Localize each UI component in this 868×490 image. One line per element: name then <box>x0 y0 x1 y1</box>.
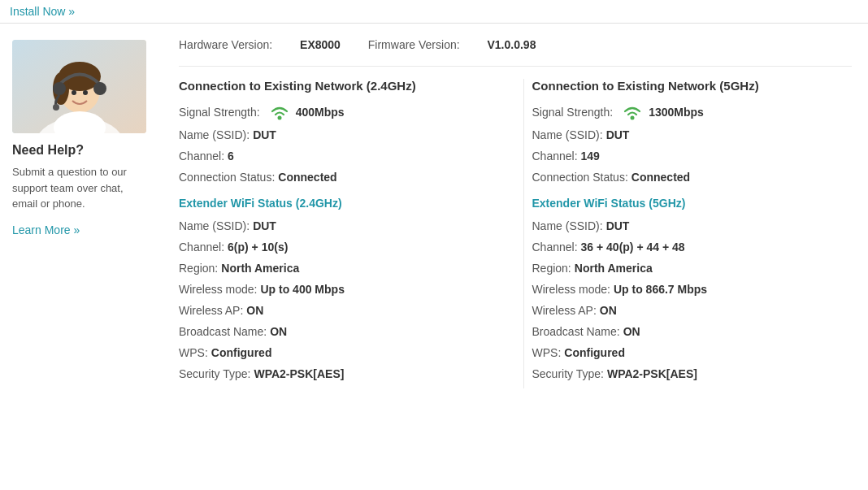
signal-label-24: Signal Strength: <box>179 106 260 119</box>
status-label-24: Connection Status: <box>179 171 275 184</box>
main-layout: Need Help? Submit a question to our supp… <box>0 24 868 397</box>
wifi-icon-24 <box>268 104 291 120</box>
ext-wireless-mode-label-24: Wireless mode: <box>179 283 257 296</box>
status-value-24: Connected <box>278 171 336 184</box>
status-row-24: Connection Status: Connected <box>179 171 499 184</box>
ext-ap-value-5: ON <box>600 304 617 317</box>
ext-security-row-5: Security Type: WPA2-PSK[AES] <box>532 367 853 380</box>
sidebar-image <box>12 40 146 133</box>
name-label-5: Name (SSID): <box>532 128 603 141</box>
status-row-5: Connection Status: Connected <box>532 171 853 184</box>
ext-channel-label-5: Channel: <box>532 241 578 254</box>
svg-point-12 <box>277 116 281 120</box>
ext-region-row-24: Region: North America <box>179 262 499 275</box>
svg-point-7 <box>53 82 66 95</box>
ext-ap-label-5: Wireless AP: <box>532 304 597 317</box>
svg-point-9 <box>53 104 59 111</box>
signal-row-24: Signal Strength: 400Mbps <box>179 104 499 120</box>
ext-wireless-mode-row-5: Wireless mode: Up to 866.7 Mbps <box>532 283 853 296</box>
channel-label-5: Channel: <box>532 150 578 163</box>
signal-label-5: Signal Strength: <box>532 106 614 119</box>
name-label-24: Name (SSID): <box>179 128 250 141</box>
col-24ghz: Connection to Existing Network (2.4GHz) … <box>179 79 523 388</box>
ext-security-value-5: WPA2-PSK[AES] <box>607 367 697 380</box>
ext-wireless-mode-value-5: Up to 866.7 Mbps <box>614 283 707 296</box>
ext-channel-label-24: Channel: <box>179 241 224 254</box>
channel-value-24: 6 <box>228 150 234 163</box>
ext-wps-row-5: WPS: Configured <box>532 346 853 359</box>
ext-channel-value-24: 6(p) + 10(s) <box>228 241 288 254</box>
signal-row-5: Signal Strength: 1300Mbps <box>532 104 853 120</box>
ext-broadcast-row-5: Broadcast Name: ON <box>532 325 853 338</box>
need-help-text: Submit a question to our support team ov… <box>12 164 150 212</box>
ext-region-value-24: North America <box>221 262 299 275</box>
signal-value-24: 400Mbps <box>296 106 345 119</box>
ext-ap-value-24: ON <box>246 304 263 317</box>
columns: Connection to Existing Network (2.4GHz) … <box>179 79 852 388</box>
ext-name-row-5: Name (SSID): DUT <box>532 219 853 232</box>
ext-name-label-5: Name (SSID): <box>532 219 603 232</box>
ext-wps-label-5: WPS: <box>532 346 562 359</box>
name-row-5: Name (SSID): DUT <box>532 128 853 141</box>
ext-broadcast-label-24: Broadcast Name: <box>179 325 267 338</box>
channel-row-5: Channel: 149 <box>532 150 853 163</box>
ext-name-label-24: Name (SSID): <box>179 219 250 232</box>
ext-channel-row-5: Channel: 36 + 40(p) + 44 + 48 <box>532 241 853 254</box>
wifi-icon-5 <box>621 104 644 120</box>
ext-region-label-5: Region: <box>532 262 571 275</box>
ext-security-row-24: Security Type: WPA2-PSK[AES] <box>179 367 499 380</box>
ext-name-value-24: DUT <box>253 219 276 232</box>
ext-broadcast-label-5: Broadcast Name: <box>532 325 620 338</box>
ext-wps-value-24: Configured <box>211 346 272 359</box>
ext-ap-row-5: Wireless AP: ON <box>532 304 853 317</box>
firmware-bar: Hardware Version: EX8000 Firmware Versio… <box>179 32 852 67</box>
ext-wireless-mode-label-5: Wireless mode: <box>532 283 610 296</box>
svg-point-13 <box>631 116 635 120</box>
install-now-bar: Install Now » <box>0 0 868 24</box>
ext-broadcast-row-24: Broadcast Name: ON <box>179 325 499 338</box>
extender-title-5[interactable]: Extender WiFi Status (5GHz) <box>532 197 853 210</box>
ext-name-row-24: Name (SSID): DUT <box>179 219 499 232</box>
name-value-24: DUT <box>253 128 276 141</box>
status-value-5: Connected <box>631 171 690 184</box>
ext-broadcast-value-24: ON <box>270 325 287 338</box>
install-now-link[interactable]: Install Now » <box>10 5 75 18</box>
channel-label-24: Channel: <box>179 150 224 163</box>
ext-wireless-mode-row-24: Wireless mode: Up to 400 Mbps <box>179 283 499 296</box>
ext-channel-row-24: Channel: 6(p) + 10(s) <box>179 241 499 254</box>
need-help-title: Need Help? <box>12 143 150 158</box>
ext-ap-row-24: Wireless AP: ON <box>179 304 499 317</box>
status-label-5: Connection Status: <box>532 171 628 184</box>
firmware-label: Firmware Version: V1.0.0.98 <box>368 38 536 51</box>
ext-wireless-mode-value-24: Up to 400 Mbps <box>260 283 344 296</box>
ext-security-label-24: Security Type: <box>179 367 250 380</box>
ext-security-value-24: WPA2-PSK[AES] <box>254 367 344 380</box>
ext-region-value-5: North America <box>575 262 653 275</box>
ext-security-label-5: Security Type: <box>532 367 604 380</box>
ext-wps-value-5: Configured <box>564 346 625 359</box>
ext-channel-value-5: 36 + 40(p) + 44 + 48 <box>581 241 685 254</box>
connection-title-24: Connection to Existing Network (2.4GHz) <box>179 79 499 93</box>
channel-row-24: Channel: 6 <box>179 150 499 163</box>
support-image <box>12 40 146 133</box>
sidebar: Need Help? Submit a question to our supp… <box>0 32 163 388</box>
ext-region-row-5: Region: North America <box>532 262 853 275</box>
extender-title-24[interactable]: Extender WiFi Status (2.4GHz) <box>179 197 499 210</box>
col-5ghz: Connection to Existing Network (5GHz) Si… <box>523 79 853 388</box>
ext-broadcast-value-5: ON <box>623 325 640 338</box>
channel-value-5: 149 <box>581 150 600 163</box>
ext-name-value-5: DUT <box>606 219 630 232</box>
name-value-5: DUT <box>606 128 630 141</box>
learn-more-link[interactable]: Learn More » <box>12 223 80 236</box>
ext-region-label-24: Region: <box>179 262 218 275</box>
svg-point-10 <box>72 90 76 95</box>
content-area: Hardware Version: EX8000 Firmware Versio… <box>163 32 868 388</box>
ext-wps-row-24: WPS: Configured <box>179 346 499 359</box>
name-row-24: Name (SSID): DUT <box>179 128 499 141</box>
hardware-label: Hardware Version: EX8000 <box>179 38 344 51</box>
svg-point-8 <box>93 82 106 95</box>
ext-ap-label-24: Wireless AP: <box>179 304 243 317</box>
svg-point-11 <box>83 90 88 95</box>
connection-title-5: Connection to Existing Network (5GHz) <box>532 79 853 93</box>
signal-value-5: 1300Mbps <box>649 106 704 119</box>
